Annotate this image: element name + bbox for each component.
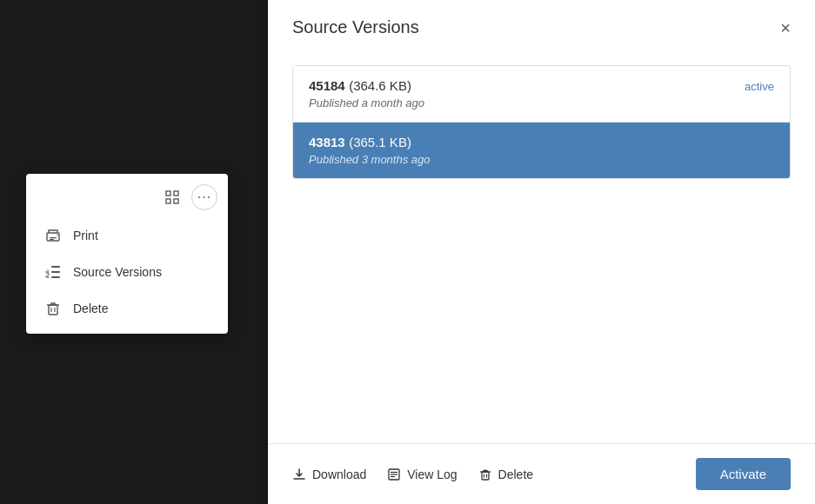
svg-rect-3 <box>174 199 178 203</box>
svg-rect-22 <box>482 472 489 480</box>
more-options-icon[interactable]: ··· <box>191 184 217 210</box>
svg-rect-14 <box>51 276 60 278</box>
delete-icon <box>478 468 492 481</box>
version-date: Published a month ago <box>309 96 774 109</box>
version-size: (364.6 KB) <box>349 78 411 93</box>
download-label: Download <box>312 468 366 481</box>
svg-rect-12 <box>51 266 60 268</box>
svg-rect-2 <box>166 199 170 203</box>
modal-close-button[interactable]: × <box>780 19 791 36</box>
svg-rect-6 <box>50 239 54 240</box>
version-item-top-2: 43813 (365.1 KB) <box>309 135 774 150</box>
download-button[interactable]: Download <box>292 468 366 481</box>
menu-item-print[interactable]: Print <box>26 217 228 254</box>
modal-footer: Download View Log Delete Activate <box>268 443 815 504</box>
delete-button[interactable]: Delete <box>478 468 533 481</box>
version-info: 45184 (364.6 KB) <box>309 78 411 94</box>
version-item-45184[interactable]: 45184 (364.6 KB) active Published a mont… <box>293 66 790 123</box>
version-info-2: 43813 (365.1 KB) <box>309 135 411 150</box>
context-menu-header: ··· <box>26 181 228 217</box>
printer-icon <box>43 226 63 245</box>
version-number-2: 43813 <box>309 135 345 149</box>
version-item-43813[interactable]: 43813 (365.1 KB) Published 3 months ago <box>293 123 790 178</box>
delete-label: Delete <box>498 468 533 481</box>
version-active-badge: active <box>745 80 774 93</box>
versions-list: 45184 (364.6 KB) active Published a mont… <box>292 65 791 179</box>
activate-button[interactable]: Activate <box>696 458 791 490</box>
svg-point-7 <box>57 235 58 236</box>
version-item-top: 45184 (364.6 KB) active <box>309 78 774 94</box>
menu-item-source-versions-label: Source Versions <box>73 265 162 279</box>
source-versions-icon: 1 2 <box>43 262 63 282</box>
download-icon <box>292 468 306 481</box>
modal-title: Source Versions <box>292 17 419 37</box>
trash-icon <box>43 299 63 318</box>
view-log-icon <box>387 468 401 481</box>
svg-rect-0 <box>166 191 170 196</box>
svg-rect-5 <box>50 237 57 238</box>
menu-item-print-label: Print <box>73 229 98 242</box>
expand-icon[interactable] <box>160 185 184 209</box>
svg-rect-1 <box>174 191 178 196</box>
menu-item-delete[interactable]: Delete <box>26 290 228 327</box>
version-size-2: (365.1 KB) <box>349 135 411 149</box>
view-log-button[interactable]: View Log <box>387 468 457 481</box>
version-date-2: Published 3 months ago <box>309 153 774 166</box>
menu-item-delete-label: Delete <box>73 302 108 315</box>
modal-header: Source Versions × <box>268 0 815 51</box>
modal-panel: Source Versions × 45184 (364.6 KB) activ… <box>268 0 815 504</box>
svg-rect-15 <box>49 305 57 315</box>
version-number: 45184 <box>309 78 345 93</box>
view-log-label: View Log <box>407 468 457 481</box>
menu-item-source-versions[interactable]: 1 2 Source Versions <box>26 254 228 290</box>
svg-rect-13 <box>51 271 60 273</box>
context-menu: ··· Print 1 2 Sourc <box>26 174 228 334</box>
modal-body: 45184 (364.6 KB) active Published a mont… <box>268 51 815 443</box>
